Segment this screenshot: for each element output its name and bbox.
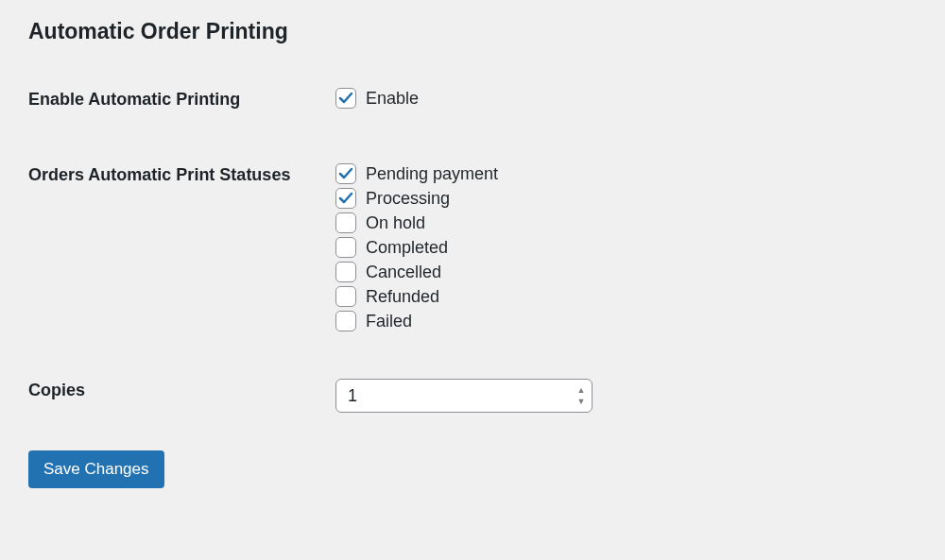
status-checkbox[interactable] bbox=[335, 212, 356, 233]
status-checkbox[interactable] bbox=[335, 188, 356, 209]
status-item: Pending payment bbox=[335, 163, 917, 184]
copies-label: Copies bbox=[28, 379, 335, 400]
status-label: On hold bbox=[366, 213, 425, 233]
enable-checkbox-line: Enable bbox=[335, 88, 917, 109]
enable-option-label: Enable bbox=[366, 89, 419, 109]
status-checkbox[interactable] bbox=[335, 286, 356, 307]
status-label: Pending payment bbox=[366, 164, 498, 184]
row-print-statuses: Orders Automatic Print Statuses Pending … bbox=[28, 163, 917, 335]
status-item: Failed bbox=[335, 311, 917, 331]
check-icon bbox=[338, 191, 353, 206]
status-item: Completed bbox=[335, 237, 917, 258]
row-enable-automatic-printing: Enable Automatic Printing Enable bbox=[28, 88, 917, 112]
copies-stepper[interactable]: ▲ ▼ bbox=[573, 385, 590, 407]
status-label: Failed bbox=[366, 312, 412, 331]
status-label: Cancelled bbox=[366, 263, 441, 282]
copies-input[interactable]: 1 ▲ ▼ bbox=[335, 379, 593, 413]
statuses-label: Orders Automatic Print Statuses bbox=[28, 163, 335, 185]
status-label: Refunded bbox=[366, 287, 439, 307]
status-label: Completed bbox=[366, 238, 448, 258]
enable-checkbox[interactable] bbox=[335, 88, 356, 109]
status-item: Refunded bbox=[335, 286, 917, 307]
check-icon bbox=[338, 166, 353, 181]
copies-value: 1 bbox=[348, 386, 573, 406]
chevron-down-icon[interactable]: ▼ bbox=[573, 397, 590, 407]
status-checkbox[interactable] bbox=[335, 163, 356, 184]
status-label: Processing bbox=[366, 189, 450, 209]
check-icon bbox=[338, 91, 353, 106]
section-title: Automatic Order Printing bbox=[28, 19, 917, 44]
status-checkbox[interactable] bbox=[335, 237, 356, 258]
chevron-up-icon[interactable]: ▲ bbox=[573, 385, 590, 396]
row-copies: Copies 1 ▲ ▼ bbox=[28, 379, 917, 413]
status-item: On hold bbox=[335, 212, 917, 233]
status-checkbox[interactable] bbox=[335, 262, 356, 282]
statuses-list: Pending paymentProcessingOn holdComplete… bbox=[335, 163, 917, 335]
status-checkbox[interactable] bbox=[335, 311, 356, 331]
status-item: Processing bbox=[335, 188, 917, 209]
enable-label: Enable Automatic Printing bbox=[28, 88, 335, 110]
save-changes-button[interactable]: Save Changes bbox=[28, 450, 164, 488]
status-item: Cancelled bbox=[335, 262, 917, 282]
